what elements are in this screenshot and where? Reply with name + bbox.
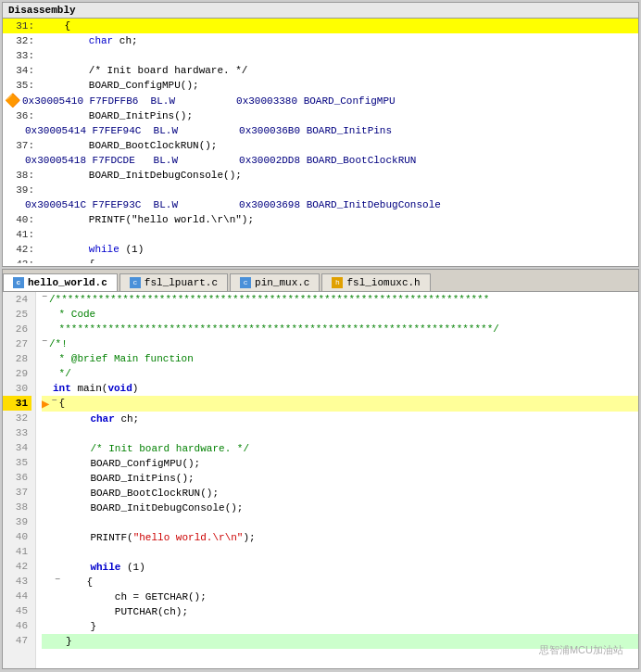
tab-bar: c hello_world.c c fsl_lpuart.c c pin_mux…: [3, 270, 638, 292]
code-line-25: * Code: [42, 307, 638, 322]
code-text: }: [66, 634, 72, 649]
disasm-addr-line: 0x3000541C F7FEF93C BL.W 0x30003698 BOAR…: [3, 197, 638, 212]
code-text: /* Init board hardware. */: [66, 441, 249, 456]
disasm-line: 38: BOARD_InitDebugConsole();: [3, 168, 638, 183]
code-line-26: ****************************************…: [42, 322, 638, 336]
code-text: PUTCHAR(ch);: [66, 604, 188, 619]
code-text-area: − /*************************************…: [36, 292, 638, 668]
code-line-24: − /*************************************…: [42, 292, 638, 307]
disasm-line: 33:: [3, 48, 638, 63]
code-text: BOARD_InitDebugConsole();: [66, 501, 243, 515]
code-line-37: BOARD_BootClockRUN();: [42, 486, 638, 501]
watermark: 思智浦MCU加油站: [539, 643, 623, 657]
tab-fsl-iomuxc[interactable]: h fsl_iomuxc.h: [321, 273, 430, 291]
fold-icon[interactable]: −: [42, 292, 47, 302]
code-text: BOARD_ConfigMPU();: [66, 456, 200, 471]
code-text: char ch;: [66, 412, 139, 426]
disasm-line: 42: while (1): [3, 242, 638, 257]
code-text: ****************************************…: [53, 322, 499, 336]
fold-icon[interactable]: −: [51, 396, 57, 406]
code-line-29: */: [42, 366, 638, 381]
c-file-icon: c: [130, 277, 141, 288]
code-text: BOARD_InitPins();: [66, 471, 195, 486]
editor-code-area[interactable]: 24 25 26 27 28 29 30 31 32 33 34 35 36 3…: [3, 292, 638, 668]
disasm-line: 37: BOARD_BootClockRUN();: [3, 138, 638, 153]
tab-fsl-lpuart[interactable]: c fsl_lpuart.c: [119, 273, 228, 291]
disassembly-title: Disassembly: [3, 3, 638, 19]
code-line-27: − /*!: [42, 336, 638, 351]
code-line-38: BOARD_InitDebugConsole();: [42, 501, 638, 515]
code-line-31: ▶ − {: [42, 396, 638, 412]
code-line-36: BOARD_InitPins();: [42, 471, 638, 486]
c-file-icon: c: [13, 277, 24, 288]
tab-pin-mux[interactable]: c pin_mux.c: [230, 273, 320, 291]
code-text: while (1): [66, 560, 145, 575]
fold-icon[interactable]: −: [42, 336, 47, 347]
code-line-41: [42, 545, 638, 560]
code-text: }: [66, 619, 96, 634]
code-text: * Code: [53, 307, 95, 322]
code-text: {: [62, 575, 93, 590]
disasm-line: 34: /* Init board hardware. */: [3, 63, 638, 78]
fold-icon[interactable]: −: [55, 575, 60, 585]
disasm-line: 31: {: [3, 19, 638, 33]
code-line-40: PRINTF("hello world.\r\n");: [42, 530, 638, 545]
code-line-45: PUTCHAR(ch);: [42, 604, 638, 619]
code-line-46: }: [42, 619, 638, 634]
code-line-42: while (1): [42, 560, 638, 575]
editor-panel: c hello_world.c c fsl_lpuart.c c pin_mux…: [2, 269, 639, 669]
execution-arrow: ▶: [42, 396, 49, 412]
code-text: PRINTF("hello world.\r\n");: [66, 530, 256, 545]
code-line-32: char ch;: [42, 412, 638, 426]
c-file-icon: c: [240, 277, 251, 288]
disassembly-content[interactable]: 31: { 32: char ch; 33: 34: /* Init board…: [3, 19, 638, 263]
code-text: */: [53, 366, 71, 381]
disasm-line: 39:: [3, 183, 638, 197]
code-line-33: [42, 426, 638, 441]
disasm-line: 36: BOARD_InitPins();: [3, 108, 638, 123]
disasm-line: 43: {: [3, 257, 638, 263]
code-text: ch = GETCHAR();: [66, 590, 207, 604]
disasm-line: 40: PRINTF("hello world.\r\n");: [3, 212, 638, 227]
code-line-44: ch = GETCHAR();: [42, 590, 638, 604]
code-text: int main(void): [53, 381, 138, 396]
disassembly-panel: Disassembly 31: { 32: char ch; 33: 34: /…: [2, 2, 639, 267]
disasm-addr-line: 0x30005414 F7FEF94C BL.W 0x300036B0 BOAR…: [3, 123, 638, 138]
tab-label: fsl_iomuxc.h: [346, 277, 420, 288]
disasm-line: 41:: [3, 227, 638, 242]
code-text: * @brief Main function: [53, 351, 194, 366]
code-text: /***************************************…: [49, 292, 489, 307]
tab-label: pin_mux.c: [255, 277, 309, 288]
code-line-28: * @brief Main function: [42, 351, 638, 366]
disasm-line: 35: BOARD_ConfigMPU();: [3, 78, 638, 93]
tab-label: hello_world.c: [28, 277, 107, 288]
disasm-line: 32: char ch;: [3, 33, 638, 48]
code-line-39: [42, 515, 638, 530]
code-line-35: BOARD_ConfigMPU();: [42, 456, 638, 471]
tab-label: fsl_lpuart.c: [145, 277, 218, 288]
code-line-30: int main(void): [42, 381, 638, 396]
code-text: BOARD_BootClockRUN();: [66, 486, 219, 501]
code-text: /*!: [49, 336, 68, 351]
tab-hello-world[interactable]: c hello_world.c: [3, 273, 118, 291]
line-number-gutter: 24 25 26 27 28 29 30 31 32 33 34 35 36 3…: [3, 292, 36, 668]
disasm-addr-line: 🔶 0x30005410 F7FDFFB6 BL.W 0x30003380 BO…: [3, 93, 638, 108]
code-text: {: [58, 396, 65, 411]
disasm-addr-line: 0x30005418 F7FDCDE BL.W 0x30002DD8 BOARD…: [3, 153, 638, 168]
code-line-34: /* Init board hardware. */: [42, 441, 638, 456]
h-file-icon: h: [332, 277, 343, 288]
code-line-43: − {: [42, 575, 638, 590]
